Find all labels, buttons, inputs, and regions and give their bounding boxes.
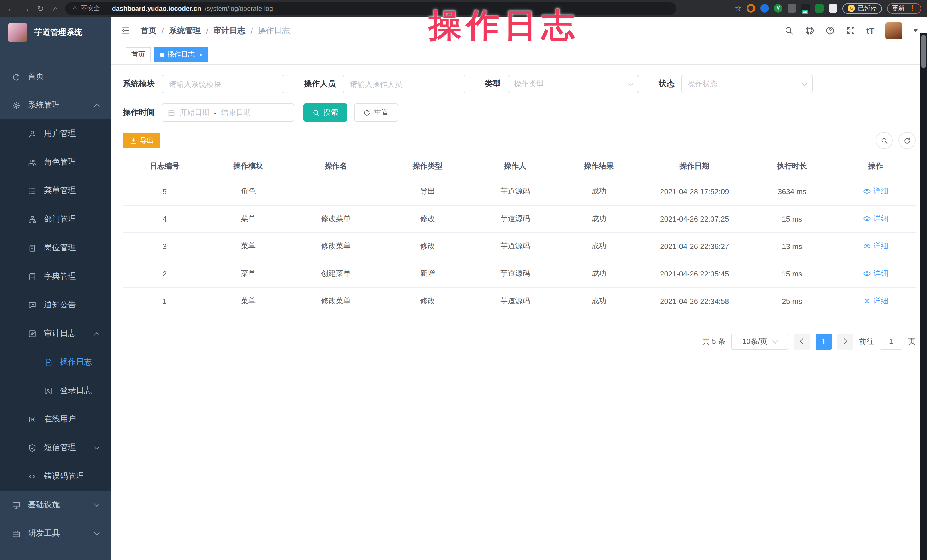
browser-forward-icon[interactable]: → [21, 4, 31, 12]
type-select[interactable]: 操作类型 [508, 75, 639, 93]
chevron-up-icon [94, 104, 100, 109]
url-path: /system/log/operate-log [205, 5, 273, 12]
extension-blue-pin-icon[interactable] [760, 4, 769, 12]
cell-operator: 芋道源码 [474, 287, 557, 315]
sidebar-item-roles[interactable]: 角色管理 [0, 148, 111, 176]
browser-update-button[interactable]: 更新 ⋮ [887, 3, 921, 14]
page-size-select[interactable]: 10条/页 [731, 333, 788, 349]
sidebar-item-notices[interactable]: 通知公告 [0, 291, 111, 319]
browser-reload-icon[interactable]: ↻ [35, 4, 46, 12]
close-icon[interactable]: × [199, 51, 203, 58]
sidebar-item-dictionary[interactable]: 字典管理 [0, 262, 111, 291]
sidebar-item-home[interactable]: 首页 [0, 62, 111, 91]
paused-extension-chip[interactable]: ☺ 已暂停 [842, 3, 882, 14]
extension-green-icon[interactable] [815, 4, 824, 12]
next-page-button[interactable] [837, 333, 853, 349]
detail-link[interactable]: 详细 [863, 213, 888, 224]
status-select[interactable]: 操作状态 [681, 75, 813, 93]
sidebar-item-audit-log[interactable]: 审计日志 [0, 319, 111, 348]
sidebar-item-label: 系统管理 [28, 100, 60, 110]
refresh-icon [363, 109, 371, 116]
sidebar-item-error-codes[interactable]: 错误码管理 [0, 462, 111, 490]
app-logo[interactable]: 芋道管理系统 [0, 17, 111, 49]
operator-input[interactable] [343, 75, 465, 93]
sidebar-item-posts[interactable]: 岗位管理 [0, 234, 111, 262]
extensions-puzzle-icon[interactable] [829, 4, 837, 12]
filter-type: 类型 操作类型 [485, 75, 639, 93]
breadcrumb-home[interactable]: 首页 [140, 26, 157, 36]
fullscreen-icon[interactable] [846, 26, 856, 35]
column-header: 操作结果 [557, 155, 641, 178]
extension-green-v-icon[interactable]: V [774, 4, 783, 12]
refresh-table-button[interactable] [898, 132, 916, 149]
breadcrumb-separator: / [251, 26, 253, 35]
extension-orange-ring-icon[interactable] [746, 4, 755, 12]
page-1-button[interactable]: 1 [816, 333, 831, 349]
screen: 操作日志 ← → ↻ ⌂ ⚠ 不安全 dashboard.yudao.iocod… [0, 0, 927, 560]
reset-button[interactable]: 重置 [354, 103, 398, 121]
cell-log-id: 5 [123, 178, 207, 205]
extension-gray-icon[interactable] [788, 4, 796, 12]
cell-duration: 15 ms [748, 205, 836, 232]
detail-link-label: 详细 [873, 186, 888, 196]
avatar[interactable] [885, 22, 903, 39]
sidebar-item-infrastructure[interactable]: 基础设施 [0, 490, 111, 519]
search-icon[interactable] [784, 26, 794, 35]
tab-operate-log[interactable]: 操作日志 × [154, 47, 209, 62]
breadcrumb-audit-log[interactable]: 审计日志 [214, 26, 246, 36]
sidebar-item-users[interactable]: 用户管理 [0, 119, 111, 148]
browser-home-icon[interactable]: ⌂ [50, 4, 61, 12]
help-icon[interactable] [825, 26, 835, 35]
address-bar[interactable]: ⚠ 不安全 dashboard.yudao.iocoder.cn/system/… [65, 2, 676, 15]
system-submenu: 用户管理 角色管理 菜单管理 部门管理 [0, 119, 111, 490]
search-button[interactable]: 搜索 [303, 103, 347, 121]
sidebar-item-dev-tools[interactable]: 研发工具 [0, 519, 111, 548]
tab-home[interactable]: 首页 [126, 47, 151, 62]
detail-link[interactable]: 详细 [863, 186, 888, 196]
detail-link[interactable]: 详细 [863, 241, 888, 251]
sidebar-item-sms[interactable]: 短信管理 [0, 434, 111, 462]
browser-menu-kebab-icon[interactable]: ⋮ [909, 4, 916, 12]
font-size-icon[interactable]: tT [866, 26, 874, 35]
extension-dark-icon[interactable]: on [801, 4, 810, 12]
toggle-search-button[interactable] [875, 132, 893, 149]
sidebar-item-login-log[interactable]: 登录日志 [0, 376, 111, 405]
bookmark-star-icon[interactable]: ☆ [735, 4, 742, 12]
github-icon[interactable] [805, 26, 815, 35]
sidebar-item-online-users[interactable]: 在线用户 [0, 405, 111, 434]
cell-module: 菜单 [207, 232, 290, 260]
detail-link[interactable]: 详细 [863, 296, 888, 306]
scrollbar-thumb[interactable] [921, 35, 926, 68]
chevron-down-icon [94, 530, 100, 536]
sidebar-item-system[interactable]: 系统管理 [0, 91, 111, 119]
not-secure-warning-icon: ⚠ [72, 5, 78, 12]
badge-icon [27, 244, 36, 252]
export-button[interactable]: 导出 [123, 132, 161, 149]
prev-page-button[interactable] [794, 333, 810, 349]
sidebar-item-menus[interactable]: 菜单管理 [0, 176, 111, 205]
cell-operator: 芋道源码 [474, 232, 557, 260]
module-label: 系统模块 [123, 79, 155, 89]
sidebar-item-departments[interactable]: 部门管理 [0, 205, 111, 234]
sidebar-item-label: 部门管理 [44, 214, 76, 225]
module-input[interactable] [162, 75, 284, 93]
extensions-row: ☆ V on ☺ 已暂停 更新 ⋮ [735, 3, 921, 14]
detail-link[interactable]: 详细 [863, 268, 888, 278]
goto-page-input[interactable] [880, 333, 903, 349]
breadcrumb-system[interactable]: 系统管理 [169, 26, 201, 36]
browser-back-icon[interactable]: ← [6, 4, 16, 12]
caret-down-icon[interactable] [913, 29, 918, 32]
hamburger-icon[interactable] [120, 26, 130, 35]
chevron-down-icon [772, 338, 778, 343]
url-domain: dashboard.yudao.iocoder.cn [112, 5, 201, 12]
table-row: 1 菜单 修改菜单 修改 芋道源码 成功 2021-04-26 22:34:58… [123, 287, 916, 315]
page-content: 系统模块 操作人员 类型 操作类型 [111, 65, 927, 560]
main-area: 首页 / 系统管理 / 审计日志 / 操作日志 tT [111, 17, 927, 560]
operator-label: 操作人员 [304, 79, 336, 89]
chevron-left-icon [800, 338, 805, 344]
eye-icon [863, 187, 871, 195]
browser-scrollbar[interactable] [920, 33, 927, 560]
refresh-icon [903, 137, 911, 144]
date-range-picker[interactable]: 开始日期 - 结束日期 [162, 103, 294, 121]
sidebar-item-operate-log[interactable]: 操作日志 [0, 348, 111, 376]
